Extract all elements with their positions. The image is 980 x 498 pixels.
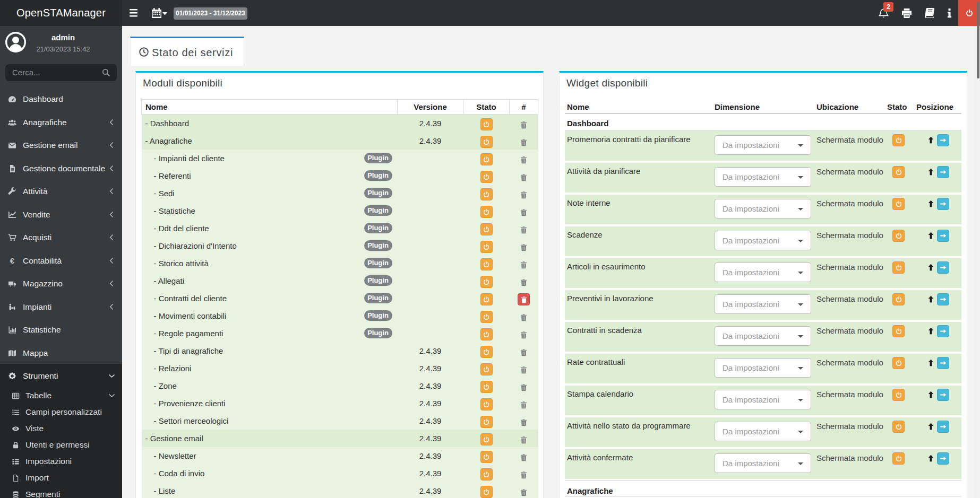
svg-text:€: € [10, 257, 15, 265]
